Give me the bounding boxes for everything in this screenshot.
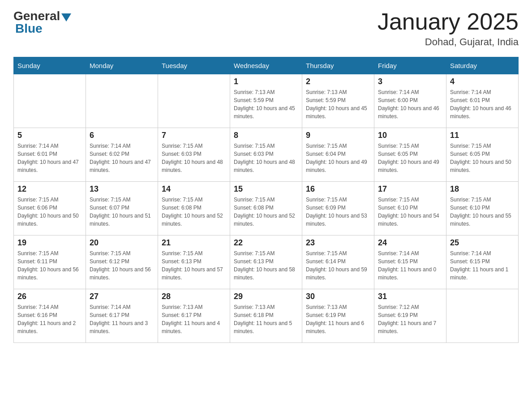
day-info: Sunrise: 7:15 AMSunset: 6:12 PMDaylight:… <box>90 249 154 282</box>
sunset-text: Sunset: 6:03 PM <box>234 151 274 157</box>
daylight-text: Daylight: 11 hours and 7 minutes. <box>378 320 436 334</box>
daylight-text: Daylight: 10 hours and 58 minutes. <box>234 266 295 281</box>
sunset-text: Sunset: 6:19 PM <box>306 312 346 318</box>
sunrise-text: Sunrise: 7:15 AM <box>90 250 130 257</box>
sunrise-text: Sunrise: 7:15 AM <box>234 143 275 149</box>
day-number: 8 <box>234 131 298 140</box>
month-title: January 2025 <box>378 9 519 34</box>
daylight-text: Daylight: 10 hours and 57 minutes. <box>162 266 223 281</box>
sunrise-text: Sunrise: 7:15 AM <box>17 250 58 257</box>
day-info: Sunrise: 7:15 AMSunset: 6:05 PMDaylight:… <box>450 142 515 174</box>
column-header-monday: Monday <box>86 57 158 74</box>
day-number: 14 <box>162 184 226 194</box>
daylight-text: Daylight: 11 hours and 1 minute. <box>450 266 508 281</box>
calendar-cell: 16Sunrise: 7:15 AMSunset: 6:09 PMDayligh… <box>302 182 374 235</box>
day-number: 21 <box>162 238 226 248</box>
daylight-text: Daylight: 10 hours and 46 minutes. <box>378 105 439 120</box>
logo-arrow-icon <box>61 13 71 23</box>
sunrise-text: Sunrise: 7:15 AM <box>234 197 275 203</box>
calendar-cell: 23Sunrise: 7:15 AMSunset: 6:14 PMDayligh… <box>302 235 374 289</box>
daylight-text: Daylight: 11 hours and 3 minutes. <box>90 320 148 334</box>
daylight-text: Daylight: 10 hours and 59 minutes. <box>306 266 367 281</box>
column-header-sunday: Sunday <box>14 57 86 74</box>
calendar-cell: 15Sunrise: 7:15 AMSunset: 6:08 PMDayligh… <box>230 182 302 235</box>
day-number: 28 <box>162 292 226 301</box>
calendar-cell <box>86 74 158 128</box>
sunrise-text: Sunrise: 7:14 AM <box>378 89 419 95</box>
daylight-text: Daylight: 10 hours and 50 minutes. <box>450 159 511 173</box>
calendar-cell: 17Sunrise: 7:15 AMSunset: 6:10 PMDayligh… <box>374 182 446 235</box>
day-info: Sunrise: 7:15 AMSunset: 6:14 PMDaylight:… <box>306 249 370 282</box>
calendar-cell: 6Sunrise: 7:14 AMSunset: 6:02 PMDaylight… <box>86 128 158 182</box>
sunset-text: Sunset: 6:05 PM <box>450 151 490 157</box>
day-number: 30 <box>306 292 370 301</box>
daylight-text: Daylight: 10 hours and 55 minutes. <box>450 213 511 227</box>
daylight-text: Daylight: 10 hours and 53 minutes. <box>306 213 367 227</box>
sunrise-text: Sunrise: 7:13 AM <box>234 304 275 310</box>
sunrise-text: Sunrise: 7:15 AM <box>162 143 202 149</box>
day-number: 16 <box>306 184 370 194</box>
day-number: 3 <box>378 77 442 86</box>
day-number: 24 <box>378 238 442 248</box>
daylight-text: Daylight: 10 hours and 52 minutes. <box>234 213 295 227</box>
calendar-cell: 20Sunrise: 7:15 AMSunset: 6:12 PMDayligh… <box>86 235 158 289</box>
calendar-cell <box>14 74 86 128</box>
daylight-text: Daylight: 10 hours and 51 minutes. <box>90 213 151 227</box>
sunrise-text: Sunrise: 7:15 AM <box>162 250 202 257</box>
day-info: Sunrise: 7:14 AMSunset: 6:01 PMDaylight:… <box>450 88 515 120</box>
daylight-text: Daylight: 10 hours and 49 minutes. <box>378 159 439 173</box>
day-number: 31 <box>378 292 442 301</box>
day-info: Sunrise: 7:14 AMSunset: 6:01 PMDaylight:… <box>17 142 82 174</box>
daylight-text: Daylight: 10 hours and 56 minutes. <box>17 266 79 281</box>
day-info: Sunrise: 7:15 AMSunset: 6:08 PMDaylight:… <box>234 196 298 228</box>
column-header-thursday: Thursday <box>302 57 374 74</box>
sunset-text: Sunset: 6:02 PM <box>90 151 129 157</box>
day-info: Sunrise: 7:15 AMSunset: 6:03 PMDaylight:… <box>162 142 226 174</box>
calendar-week-5: 26Sunrise: 7:14 AMSunset: 6:16 PMDayligh… <box>14 289 519 343</box>
day-info: Sunrise: 7:15 AMSunset: 6:10 PMDaylight:… <box>378 196 442 228</box>
sunset-text: Sunset: 6:10 PM <box>450 205 490 211</box>
sunrise-text: Sunrise: 7:14 AM <box>450 250 491 257</box>
page-header: General Blue January 2025 Dohad, Gujarat… <box>13 9 519 48</box>
sunset-text: Sunset: 6:16 PM <box>17 312 57 318</box>
sunset-text: Sunset: 6:08 PM <box>162 205 202 211</box>
day-info: Sunrise: 7:14 AMSunset: 6:15 PMDaylight:… <box>378 249 442 282</box>
day-info: Sunrise: 7:14 AMSunset: 6:02 PMDaylight:… <box>90 142 154 174</box>
day-number: 17 <box>378 184 442 194</box>
day-number: 12 <box>17 184 82 194</box>
day-number: 15 <box>234 184 298 194</box>
day-info: Sunrise: 7:15 AMSunset: 6:04 PMDaylight:… <box>306 142 370 174</box>
sunrise-text: Sunrise: 7:15 AM <box>450 197 491 203</box>
calendar-cell: 24Sunrise: 7:14 AMSunset: 6:15 PMDayligh… <box>374 235 446 289</box>
calendar-cell: 1Sunrise: 7:13 AMSunset: 5:59 PMDaylight… <box>230 74 302 128</box>
day-number: 20 <box>90 238 154 248</box>
day-info: Sunrise: 7:13 AMSunset: 6:18 PMDaylight:… <box>234 303 298 335</box>
sunrise-text: Sunrise: 7:15 AM <box>306 197 347 203</box>
sunset-text: Sunset: 6:14 PM <box>306 258 346 265</box>
calendar-cell: 18Sunrise: 7:15 AMSunset: 6:10 PMDayligh… <box>446 182 519 235</box>
calendar-header-row: SundayMondayTuesdayWednesdayThursdayFrid… <box>14 57 519 74</box>
sunset-text: Sunset: 5:59 PM <box>234 97 274 103</box>
calendar-cell: 25Sunrise: 7:14 AMSunset: 6:15 PMDayligh… <box>446 235 519 289</box>
daylight-text: Daylight: 10 hours and 46 minutes. <box>450 105 511 120</box>
sunrise-text: Sunrise: 7:15 AM <box>378 197 419 203</box>
calendar-week-4: 19Sunrise: 7:15 AMSunset: 6:11 PMDayligh… <box>14 235 519 289</box>
sunset-text: Sunset: 5:59 PM <box>306 97 346 103</box>
daylight-text: Daylight: 11 hours and 6 minutes. <box>306 320 364 334</box>
day-info: Sunrise: 7:13 AMSunset: 5:59 PMDaylight:… <box>306 88 370 120</box>
day-info: Sunrise: 7:15 AMSunset: 6:13 PMDaylight:… <box>234 249 298 282</box>
day-number: 11 <box>450 131 515 140</box>
day-info: Sunrise: 7:15 AMSunset: 6:03 PMDaylight:… <box>234 142 298 174</box>
calendar-cell: 9Sunrise: 7:15 AMSunset: 6:04 PMDaylight… <box>302 128 374 182</box>
daylight-text: Daylight: 11 hours and 5 minutes. <box>234 320 292 334</box>
sunrise-text: Sunrise: 7:14 AM <box>378 250 419 257</box>
calendar-week-1: 1Sunrise: 7:13 AMSunset: 5:59 PMDaylight… <box>14 74 519 128</box>
calendar-cell: 30Sunrise: 7:13 AMSunset: 6:19 PMDayligh… <box>302 289 374 343</box>
daylight-text: Daylight: 10 hours and 47 minutes. <box>17 159 79 173</box>
calendar-cell: 19Sunrise: 7:15 AMSunset: 6:11 PMDayligh… <box>14 235 86 289</box>
day-number: 7 <box>162 131 226 140</box>
calendar-table: SundayMondayTuesdayWednesdayThursdayFrid… <box>13 57 519 343</box>
sunrise-text: Sunrise: 7:13 AM <box>306 304 347 310</box>
day-number: 13 <box>90 184 154 194</box>
sunrise-text: Sunrise: 7:14 AM <box>17 304 58 310</box>
